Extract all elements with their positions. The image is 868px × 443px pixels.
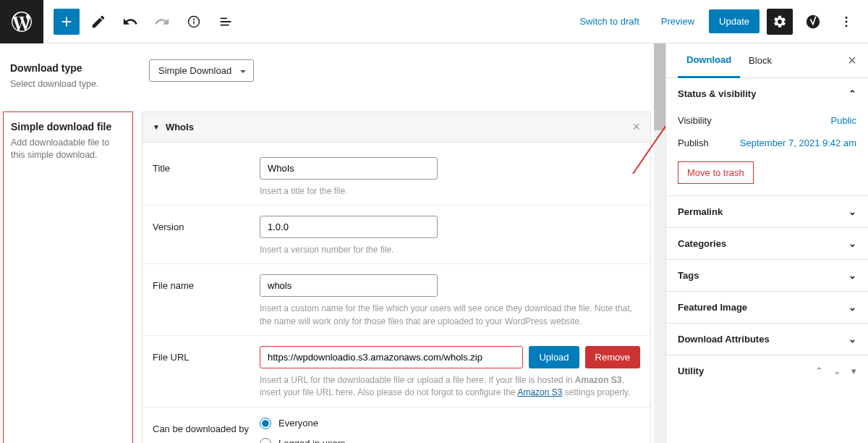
panel-permalink[interactable]: Permalink⌄	[666, 196, 868, 227]
svg-point-4	[846, 16, 848, 18]
fileurl-help: Insert a URL for the downloadable file o…	[260, 374, 640, 400]
outline-button[interactable]	[213, 9, 239, 35]
chevron-down-icon: ⌄	[848, 334, 856, 345]
switch-to-draft-button[interactable]: Switch to draft	[572, 12, 646, 31]
file-panel-title: WhoIs	[166, 122, 633, 132]
download-type-select[interactable]: Simple Download	[149, 59, 254, 82]
chevron-down-icon: ⌄	[848, 238, 856, 249]
wordpress-logo[interactable]	[0, 0, 43, 43]
upload-button[interactable]: Upload	[529, 346, 579, 368]
title-help: Insert a title for the file.	[260, 185, 640, 198]
move-up-icon[interactable]: ⌃	[815, 366, 823, 376]
dropdown-icon[interactable]: ▾	[851, 366, 856, 376]
access-option-everyone[interactable]: Everyone	[260, 418, 640, 429]
publish-label: Publish	[678, 138, 709, 148]
panel-categories[interactable]: Categories⌄	[666, 228, 868, 259]
version-help: Insert a version number for the file.	[260, 244, 640, 256]
download-type-help: Select download type.	[10, 78, 149, 91]
file-section-help: Add downloadable file to this simple dow…	[11, 137, 125, 162]
more-options-button[interactable]	[833, 9, 859, 35]
tab-block[interactable]: Block	[740, 43, 780, 78]
svg-point-3	[807, 14, 820, 28]
download-type-label: Download type	[10, 62, 149, 74]
filename-help: Insert a custom name for the file which …	[260, 303, 640, 328]
yoast-icon[interactable]	[800, 9, 826, 35]
editor-scrollbar[interactable]	[654, 43, 665, 443]
amazon-s3-link[interactable]: Amazon S3	[517, 387, 562, 397]
svg-point-5	[846, 20, 848, 22]
undo-button[interactable]	[117, 9, 143, 35]
chevron-down-icon: ▼	[153, 123, 160, 131]
filename-label: File name	[153, 274, 260, 328]
add-block-button[interactable]	[54, 9, 80, 35]
chevron-down-icon: ⌄	[848, 302, 856, 313]
chevron-down-icon: ⌄	[848, 270, 856, 281]
visibility-value[interactable]: Public	[831, 115, 856, 126]
panel-utility[interactable]: Utility ⌃ ⌄ ▾	[666, 355, 868, 387]
publish-value[interactable]: September 7, 2021 9:42 am	[740, 138, 856, 148]
access-label: Can be downloaded by	[153, 418, 260, 443]
fileurl-label: File URL	[153, 346, 260, 400]
sidebar-close-button[interactable]: ×	[848, 52, 856, 69]
tab-download[interactable]: Download	[678, 43, 740, 78]
version-input[interactable]	[260, 216, 438, 238]
chevron-up-icon: ⌃	[848, 88, 856, 99]
preview-button[interactable]: Preview	[654, 12, 702, 31]
move-down-icon[interactable]: ⌄	[833, 366, 841, 376]
move-to-trash-button[interactable]: Move to trash	[678, 161, 754, 184]
panel-featured-image[interactable]: Featured Image⌄	[666, 292, 868, 323]
filename-input[interactable]	[260, 274, 438, 297]
info-button[interactable]	[181, 9, 207, 35]
redo-button[interactable]	[149, 9, 175, 35]
settings-button[interactable]	[767, 9, 793, 35]
close-icon[interactable]: ×	[632, 119, 640, 135]
panel-tags[interactable]: Tags⌄	[666, 260, 868, 291]
svg-point-2	[194, 19, 195, 20]
panel-download-attributes[interactable]: Download Attributes⌄	[666, 324, 868, 355]
fileurl-input[interactable]	[260, 346, 523, 368]
title-input[interactable]	[260, 157, 438, 180]
access-option-loggedin[interactable]: Logged in users	[260, 438, 640, 443]
svg-point-6	[846, 25, 848, 27]
title-label: Title	[153, 157, 260, 198]
file-panel-header[interactable]: ▼ WhoIs ×	[142, 112, 650, 143]
file-section-label: Simple download file	[11, 121, 125, 132]
edit-mode-button[interactable]	[85, 9, 111, 35]
update-button[interactable]: Update	[709, 9, 760, 33]
version-label: Version	[153, 216, 260, 256]
visibility-label: Visibility	[678, 115, 712, 126]
remove-button[interactable]: Remove	[585, 346, 640, 368]
panel-status[interactable]: Status & visibility ⌃	[666, 78, 868, 109]
chevron-down-icon: ⌄	[848, 206, 856, 217]
